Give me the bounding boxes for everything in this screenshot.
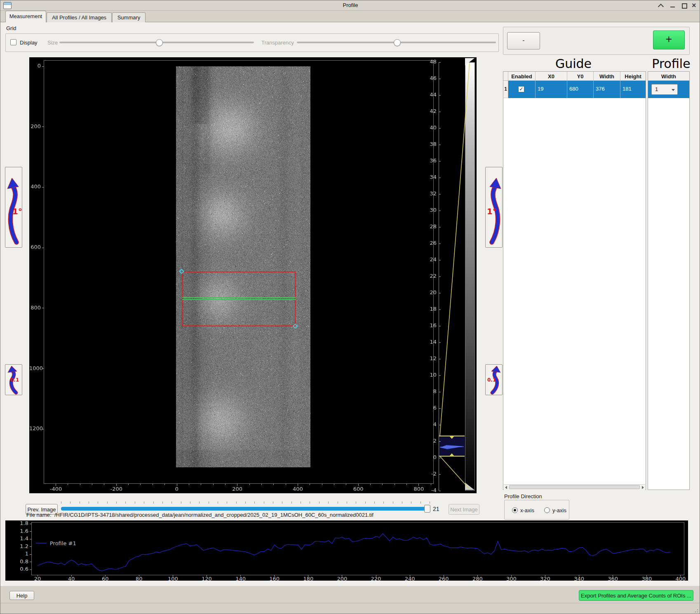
tick-mark bbox=[61, 502, 61, 504]
gradient-top-handle-icon bbox=[465, 58, 474, 66]
tick-mark bbox=[439, 458, 441, 458]
tick-mark bbox=[439, 441, 441, 442]
enabled-checkbox[interactable]: ✓ bbox=[518, 86, 524, 92]
guide-section-title: Guide bbox=[540, 56, 606, 71]
guide-row-width-cell[interactable]: 376 bbox=[594, 81, 620, 98]
x-axis-tick-label: 600 bbox=[348, 486, 369, 492]
column-header-profile-width: Width bbox=[648, 72, 689, 81]
guide-table[interactable]: Enabled X0 Y0 Width Height 1 ✓ 19 680 37… bbox=[503, 71, 646, 490]
tick-mark bbox=[30, 569, 31, 570]
rotate-amount-label: 0.1 bbox=[487, 377, 496, 383]
y-axis-tick-label: 800 bbox=[29, 305, 41, 311]
tick-mark bbox=[80, 502, 80, 504]
colorbar-tick-label: 0 bbox=[418, 454, 437, 460]
size-slider-handle[interactable] bbox=[156, 39, 163, 46]
lut-lower-line bbox=[440, 456, 470, 489]
profile-direction-label: Profile Direction bbox=[504, 493, 542, 499]
guide-row-x0-cell[interactable]: 19 bbox=[536, 81, 567, 98]
scroll-left-icon[interactable] bbox=[505, 486, 507, 489]
transparency-slider-label: Transparency bbox=[261, 40, 294, 46]
colorbar-tick-label: 10 bbox=[418, 372, 437, 378]
x-axis-tick-label: 220 bbox=[367, 576, 385, 582]
status-strip bbox=[0, 603, 700, 614]
add-guide-button[interactable]: + bbox=[653, 30, 685, 49]
transparency-slider-handle[interactable] bbox=[394, 39, 401, 46]
profile-section-title: Profile bbox=[648, 56, 694, 71]
gradient-bottom-handle-icon bbox=[465, 483, 474, 490]
x-axis-tick-label: 380 bbox=[638, 576, 656, 582]
tick-mark bbox=[310, 484, 310, 485]
scrollbar-thumb[interactable] bbox=[509, 485, 640, 489]
tick-mark bbox=[42, 308, 44, 308]
y-axis-tick-label: 1200 bbox=[29, 425, 41, 431]
tick-mark bbox=[334, 484, 334, 485]
y-axis-tick-label: 200 bbox=[29, 123, 41, 129]
x-axis-radio[interactable] bbox=[512, 507, 518, 513]
rotate-left-1deg-button[interactable]: 1° bbox=[5, 167, 22, 248]
image-canvas[interactable]: -400-20002004006008000200400600800100012… bbox=[29, 57, 477, 493]
tick-mark bbox=[30, 539, 31, 539]
scroll-right-icon[interactable] bbox=[642, 486, 644, 489]
image-index-slider[interactable] bbox=[61, 507, 430, 511]
title-bar: Profile × bbox=[0, 0, 700, 11]
tick-mark bbox=[225, 484, 226, 485]
next-image-button[interactable]: Next Image bbox=[449, 504, 479, 515]
guide-row-enabled-cell[interactable]: ✓ bbox=[508, 81, 536, 98]
tick-mark bbox=[439, 95, 441, 96]
tab-all-profiles[interactable]: All Profiles / All Images bbox=[47, 12, 112, 22]
rotate-right-1deg-button[interactable]: 1° bbox=[485, 167, 503, 248]
colorbar-tick-label: 14 bbox=[418, 339, 437, 345]
colorbar-tick-label: 30 bbox=[418, 207, 437, 213]
tick-mark bbox=[382, 484, 383, 485]
profile-width-table[interactable]: Width 1 bbox=[648, 71, 690, 490]
profile-width-row[interactable]: 1 bbox=[648, 81, 689, 98]
display-checkbox[interactable] bbox=[10, 39, 16, 45]
tick-mark bbox=[42, 187, 44, 187]
maximize-icon[interactable] bbox=[680, 2, 688, 9]
profile-width-dropdown[interactable]: 1 bbox=[651, 84, 678, 95]
minimize-icon[interactable] bbox=[669, 2, 676, 9]
x-axis-tick-label: 180 bbox=[299, 576, 317, 582]
rotate-right-01deg-button[interactable]: 0.1 bbox=[485, 364, 503, 395]
tab-measurement[interactable]: Measurement bbox=[5, 11, 46, 22]
tick-mark bbox=[70, 502, 70, 504]
rotate-left-01deg-button[interactable]: 0.1 bbox=[5, 364, 22, 395]
x-axis-tick-label: 20 bbox=[28, 576, 47, 582]
tick-mark bbox=[107, 502, 108, 504]
x-axis-tick-label: 120 bbox=[198, 576, 216, 582]
tick-mark bbox=[125, 502, 126, 504]
close-icon[interactable]: × bbox=[692, 2, 699, 9]
shade-icon[interactable] bbox=[657, 2, 664, 9]
x-axis-tick-label: 40 bbox=[62, 576, 80, 582]
colorbar-tick-label: 38 bbox=[418, 141, 437, 147]
tick-mark bbox=[439, 128, 441, 129]
guide-row-y0-cell[interactable]: 680 bbox=[567, 81, 594, 98]
tick-mark bbox=[92, 484, 92, 485]
tick-mark bbox=[218, 502, 218, 504]
tab-summary[interactable]: Summary bbox=[112, 12, 146, 22]
profile-plot[interactable]: Profile #1 20406080100120140160180200220… bbox=[5, 520, 688, 581]
y-axis-radio[interactable] bbox=[544, 507, 550, 513]
resize-grip-icon[interactable] bbox=[697, 612, 698, 612]
tick-mark bbox=[164, 484, 165, 485]
remove-guide-button[interactable]: - bbox=[507, 32, 540, 49]
export-profiles-button[interactable]: Export Profiles and Average Counts of RO… bbox=[579, 590, 693, 601]
tick-mark bbox=[439, 277, 441, 277]
x-axis-tick-label: 200 bbox=[227, 486, 248, 492]
tick-mark bbox=[365, 502, 366, 504]
tick-mark bbox=[439, 474, 441, 475]
colorbar-tick-label: 8 bbox=[418, 388, 437, 394]
y-axis-tick-label: 0 bbox=[29, 63, 41, 69]
tick-mark bbox=[439, 392, 441, 392]
help-button[interactable]: Help bbox=[9, 591, 34, 600]
colorbar-tick-label: 34 bbox=[418, 174, 437, 180]
tick-mark bbox=[374, 502, 375, 504]
x-axis-tick-label: -400 bbox=[46, 486, 66, 492]
image-slider-handle[interactable] bbox=[424, 505, 430, 513]
tick-mark bbox=[301, 502, 301, 504]
guide-row-height-cell[interactable]: 181 bbox=[620, 81, 646, 98]
x-axis-tick-label: -200 bbox=[106, 486, 127, 492]
y-axis-tick-label: 1.4 bbox=[10, 535, 28, 541]
guide-table-hscrollbar[interactable] bbox=[504, 484, 645, 490]
tick-mark bbox=[346, 484, 346, 485]
